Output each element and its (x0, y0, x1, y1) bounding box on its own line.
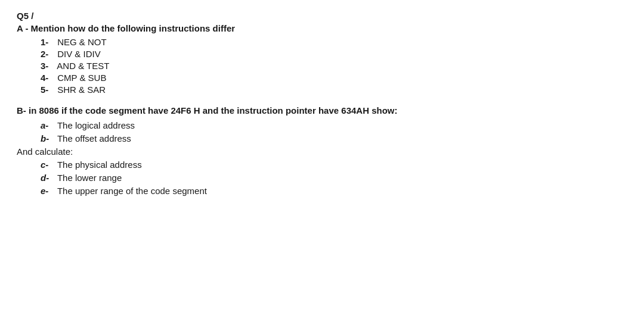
calc-list: c- The physical address d- The lower ran… (17, 160, 627, 196)
section-a: A - Mention how do the following instruc… (17, 23, 627, 95)
item-number: 2- (41, 49, 55, 59)
list-item: a- The logical address (41, 120, 627, 130)
item-letter: e- (41, 186, 55, 196)
list-item: b- The offset address (41, 133, 627, 143)
item-text: The upper range of the code segment (57, 186, 207, 196)
list-item: 2- DIV & IDIV (41, 49, 627, 59)
list-item: c- The physical address (41, 160, 627, 170)
list-item: 3- AND & TEST (41, 61, 627, 71)
section-b-list: a- The logical address b- The offset add… (17, 120, 627, 143)
section-a-title: A - Mention how do the following instruc… (17, 23, 627, 33)
section-b-title: B- in 8086 if the code segment have 24F6… (17, 105, 627, 116)
item-text: SHR & SAR (57, 85, 106, 95)
item-text: DIV & IDIV (57, 49, 101, 59)
item-letter: a- (41, 120, 55, 130)
item-text: The lower range (57, 173, 122, 183)
item-number: 1- (41, 37, 55, 47)
item-number: 3- (41, 61, 55, 71)
item-text: CMP & SUB (57, 73, 106, 83)
list-item: 1- NEG & NOT (41, 37, 627, 47)
list-item: 4- CMP & SUB (41, 73, 627, 83)
and-calculate-label: And calculate: (17, 146, 627, 157)
item-number: 4- (41, 73, 55, 83)
list-item: 5- SHR & SAR (41, 85, 627, 95)
section-b: B- in 8086 if the code segment have 24F6… (17, 105, 627, 196)
item-text: NEG & NOT (57, 37, 107, 47)
list-item: e- The upper range of the code segment (41, 186, 627, 196)
question-label: Q5 / (17, 11, 627, 21)
list-item: d- The lower range (41, 173, 627, 183)
item-number: 5- (41, 85, 55, 95)
question-container: Q5 / A - Mention how do the following in… (17, 11, 627, 196)
section-a-list: 1- NEG & NOT 2- DIV & IDIV 3- AND & TEST… (17, 37, 627, 95)
item-letter: d- (41, 173, 55, 183)
item-letter: b- (41, 133, 55, 143)
item-text: The logical address (57, 120, 135, 130)
item-text: The physical address (57, 160, 142, 170)
item-letter: c- (41, 160, 55, 170)
item-text: AND & TEST (57, 61, 109, 71)
item-text: The offset address (57, 133, 131, 143)
